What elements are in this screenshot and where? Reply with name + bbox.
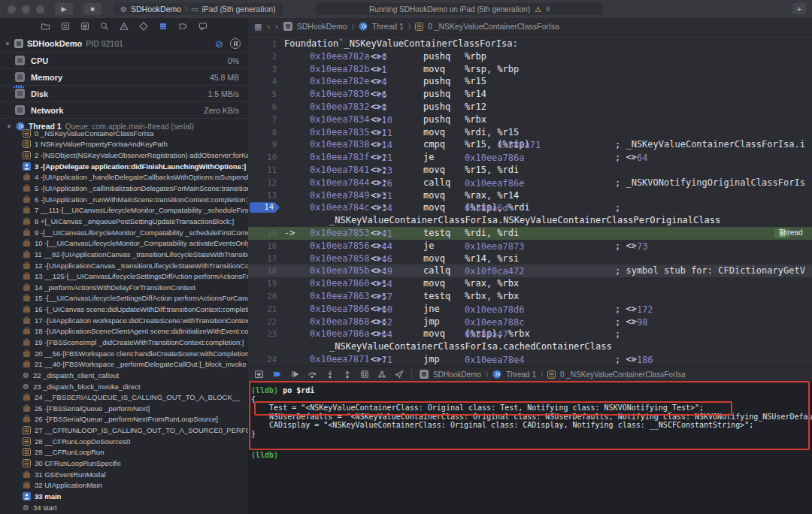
navigator-tab-breakpoint[interactable] bbox=[178, 22, 188, 31]
related-items-icon[interactable]: ▦ bbox=[254, 22, 262, 32]
line-number[interactable]: 24 bbox=[248, 355, 277, 364]
forward-icon[interactable]: › bbox=[275, 22, 278, 31]
stack-frame[interactable]: 11 __82-[UIApplicationCanvas _transition… bbox=[0, 249, 248, 260]
stack-frame[interactable]: 13 __125-[__UICanvasLifecycleSettingsDif… bbox=[0, 271, 248, 282]
asm-line[interactable]: 180x10eea785b<+49>:callq0x10f0ca472; sym… bbox=[248, 265, 812, 277]
lldb-console[interactable]: (lldb) po $rdi{ Test = "<NSKeyValueConta… bbox=[248, 382, 812, 514]
hide-console-button[interactable] bbox=[254, 370, 264, 379]
breadcrumb-item[interactable]: Thread 1 bbox=[506, 370, 536, 379]
breadcrumb[interactable]: SDHookDemo〉Thread 1〉0 _NSKeyValueContain… bbox=[283, 22, 559, 31]
asm-line[interactable]: 220x10eea7868<+62>:jmp0x10eea788c; <+98> bbox=[248, 316, 812, 328]
stack-frame[interactable]: 7 __111-[__UICanvasLifecycleMonitor_Comp… bbox=[0, 204, 248, 216]
breadcrumb-item[interactable]: 0 _NSKeyValueContainerClassForIsa bbox=[560, 370, 686, 379]
line-number[interactable]: 11 bbox=[248, 165, 277, 174]
asm-line[interactable]: 110x10eea7841<+23>:movq%r15, %rdi bbox=[248, 164, 812, 177]
line-number[interactable]: 21 bbox=[248, 304, 277, 313]
step-out-button[interactable] bbox=[343, 370, 352, 379]
stack-frame[interactable]: ⚙22 _dispatch_client_callout bbox=[0, 370, 248, 381]
asm-line[interactable]: 170x10eea7858<+46>:movq%r14, %rsi bbox=[248, 252, 812, 265]
line-number[interactable]: 17 bbox=[248, 254, 277, 263]
close-window-icon[interactable] bbox=[8, 5, 16, 14]
line-number[interactable]: 13 bbox=[248, 191, 277, 200]
simulate-location-button[interactable] bbox=[395, 370, 404, 379]
stack-frame[interactable]: 27 __CFRUNLOOP_IS_CALLING_OUT_TO_A_SOURC… bbox=[0, 425, 248, 436]
run-button[interactable]: ▶ bbox=[55, 3, 73, 15]
line-number[interactable]: 19 bbox=[248, 279, 277, 288]
line-number[interactable]: 20 bbox=[248, 292, 277, 301]
breakpoints-button[interactable] bbox=[272, 370, 282, 379]
stack-frame[interactable]: ⚙23 _dispatch_block_invoke_direct bbox=[0, 381, 248, 392]
gauge-row-memory[interactable]: Memory45.8 MB bbox=[0, 68, 248, 85]
breadcrumb-item[interactable]: SDHookDemo bbox=[297, 22, 347, 31]
disclosure-triangle-icon[interactable]: ▼ bbox=[5, 41, 11, 47]
asm-line[interactable]: 190x10eea7860<+54>:movq%rax, %rbx bbox=[248, 277, 812, 290]
line-number[interactable]: 2 bbox=[248, 52, 277, 61]
stack-frame[interactable]: ⚙34 start bbox=[0, 502, 248, 513]
asm-line[interactable]: 230x10eea786a<+64>:movq0x388a47(%rip), %… bbox=[248, 328, 812, 340]
stack-frame[interactable]: 30 CFRunLoopRunSpecific bbox=[0, 458, 248, 469]
stack-frame[interactable]: 5 -[UIApplication _callInitializationDel… bbox=[0, 183, 248, 194]
asm-line[interactable]: 140x10eea784c<+34>:movq0x388a6d(%rip), %… bbox=[248, 201, 812, 214]
asm-line[interactable]: 160x10eea7856<+44>:je0x10eea7873; <+73> bbox=[248, 240, 812, 252]
navigator-tab-issue[interactable] bbox=[120, 22, 129, 31]
stack-frame[interactable]: 2 -[NSObject(NSKeyValueObserverRegistrat… bbox=[0, 150, 248, 161]
asm-line[interactable]: 100x10eea783f<+21>:je0x10eea786a; <+64> bbox=[248, 151, 812, 164]
gauge-row-disk[interactable]: Disk1.5 MB/s bbox=[0, 85, 248, 101]
line-number[interactable]: 15 bbox=[248, 228, 277, 237]
stack-frame[interactable]: 25 -[FBSSerialQueue _performNext] bbox=[0, 403, 248, 414]
asm-line[interactable]: 210x10eea7866<+60>:jne0x10eea78d6; <+172… bbox=[248, 303, 812, 316]
stack-frame[interactable]: 6 -[UIApplication _runWithMainScene:tran… bbox=[0, 194, 248, 205]
zoom-window-icon[interactable] bbox=[36, 5, 44, 14]
line-number[interactable]: 8 bbox=[248, 128, 277, 137]
stack-frame[interactable]: 17 -[UIApplication workspace:didCreateSc… bbox=[0, 315, 248, 326]
asm-line[interactable]: 70x10eea7834<+10>:pushq%rbx bbox=[248, 113, 812, 126]
asm-line[interactable]: 240x10eea7871<+71>:jmp0x10eea78e4; <+186… bbox=[248, 353, 812, 366]
line-number[interactable]: 5 bbox=[248, 89, 277, 98]
warning-count[interactable]: 9 bbox=[546, 5, 550, 13]
library-add-button[interactable]: + bbox=[792, 3, 806, 14]
stack-frame[interactable]: 19 -[FBSSceneImpl _didCreateWithTransiti… bbox=[0, 337, 248, 348]
scheme-selector[interactable]: ⚙ SDHookDemo 〉 ▭ iPad (5th generation) bbox=[114, 3, 283, 15]
asm-line[interactable]: 15->0x10eea7853<+41>:testq%rdi, %rdi=Thr… bbox=[248, 227, 812, 240]
asm-line[interactable]: 120x10eea7844<+26>:callq0x10eeaf86e; _NS… bbox=[248, 177, 812, 189]
breadcrumb-item[interactable]: 0 _NSKeyValueContainerClassForIsa bbox=[428, 22, 559, 31]
stack-frame[interactable]: 29 __CFRunLoopRun bbox=[0, 447, 248, 458]
stack-frame[interactable]: 21 __40-[FBSWorkspace _performDelegateCa… bbox=[0, 358, 248, 370]
line-number[interactable]: 18 bbox=[248, 266, 277, 275]
line-number[interactable]: 22 bbox=[248, 317, 277, 326]
line-number[interactable]: 12 bbox=[248, 178, 277, 187]
minimize-window-icon[interactable] bbox=[22, 5, 30, 14]
step-over-button[interactable] bbox=[308, 370, 317, 379]
thread-stop-badge[interactable]: =Thread bbox=[774, 228, 790, 239]
line-number[interactable]: 3 bbox=[248, 65, 277, 74]
process-row[interactable]: ▼ SDHookDemo PID 92101 ⊘ bbox=[0, 35, 248, 52]
view-debugger-button[interactable] bbox=[360, 370, 369, 379]
asm-line-continuation[interactable]: _NSKeyValueContainerClassForIsa.cachedCo… bbox=[248, 340, 812, 353]
stop-button[interactable]: ■ bbox=[83, 3, 102, 15]
line-number[interactable]: 1 bbox=[248, 39, 277, 48]
asm-line[interactable]: 130x10eea7849<+31>:movq%rax, %r14 bbox=[248, 189, 812, 202]
line-number[interactable]: 9 bbox=[248, 140, 277, 149]
stack-frame[interactable]: 0 _NSKeyValueContainerClassForIsa bbox=[0, 128, 248, 139]
gauge-row-network[interactable]: NetworkZero KB/s bbox=[0, 101, 248, 118]
navigator-tab-symbol[interactable] bbox=[80, 22, 89, 31]
memory-graph-button[interactable] bbox=[377, 370, 386, 379]
navigator-tab-report[interactable] bbox=[198, 22, 208, 31]
console-prompt-line[interactable]: (lldb) bbox=[251, 451, 812, 460]
line-number[interactable]: 7 bbox=[248, 115, 277, 124]
stack-frame[interactable]: 18 -[UIApplicationSceneClientAgent scene… bbox=[0, 326, 248, 337]
back-icon[interactable]: ‹ bbox=[267, 22, 270, 31]
breadcrumb-item[interactable]: Thread 1 bbox=[372, 22, 404, 31]
asm-line[interactable]: 60x10eea7832<+8>:pushq%r12 bbox=[248, 101, 812, 113]
stack-frame[interactable]: 8 +[_UICanvas _enqueuePostSettingUpdateT… bbox=[0, 216, 248, 227]
disassembly-editor[interactable]: 1Foundation`_NSKeyValueContainerClassFor… bbox=[248, 35, 812, 366]
line-number[interactable]: 10 bbox=[248, 153, 277, 162]
stack-frame[interactable]: 1 NSKeyValuePropertyForIsaAndKeyPath bbox=[0, 139, 248, 150]
asm-line[interactable]: 40x10eea782e<+4>:pushq%r15 bbox=[248, 75, 812, 88]
line-number[interactable]: 6 bbox=[248, 102, 277, 111]
traffic-lights[interactable] bbox=[8, 5, 44, 14]
pause-process-icon[interactable] bbox=[230, 38, 241, 49]
stack-frame[interactable]: 26 -[FBSSerialQueue _performNextFromRunL… bbox=[0, 414, 248, 425]
stack-frame[interactable]: 12 -[UIApplicationCanvas _transitionLife… bbox=[0, 260, 248, 271]
stack-frame[interactable]: 10 -[__UICanvasLifecycleMonitor_Compatab… bbox=[0, 237, 248, 249]
